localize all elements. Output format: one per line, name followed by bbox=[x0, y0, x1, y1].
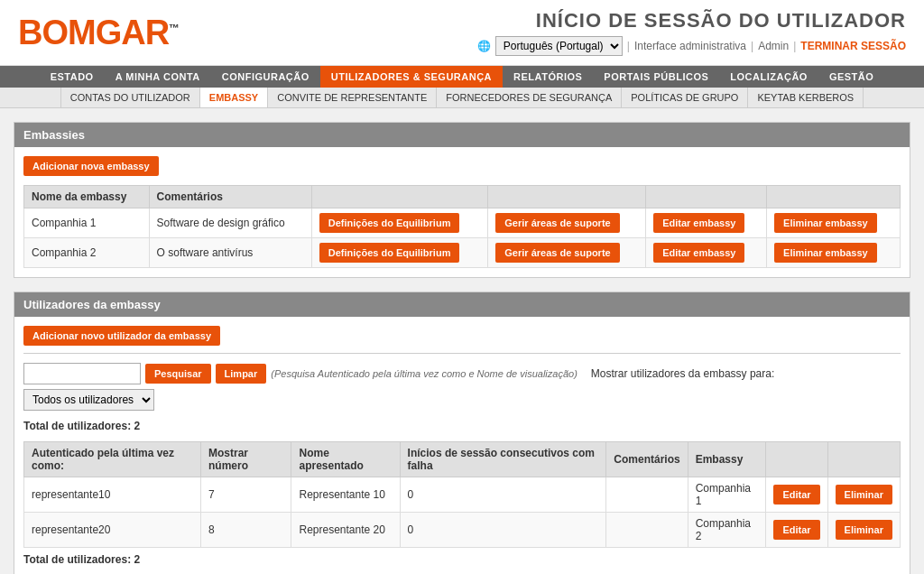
user-auth-as: representante10 bbox=[24, 477, 201, 513]
embassies-tbody: Companhia 1 Software de design gráfico D… bbox=[24, 208, 901, 268]
users-section: Utilizadores da embassy Adicionar novo u… bbox=[14, 292, 910, 574]
col-auth-as: Autenticado pela última vez como: bbox=[24, 442, 201, 477]
end-session-link[interactable]: TERMINAR SESSÃO bbox=[800, 40, 906, 52]
user-edit-cell: Editar bbox=[766, 513, 827, 548]
main-nav-item[interactable]: ESTADO bbox=[40, 66, 105, 88]
logo-text: BOMGAR bbox=[18, 14, 169, 51]
edit-embassy-button[interactable]: Editar embassy bbox=[653, 243, 744, 263]
user-failed-logins: 0 bbox=[400, 513, 606, 548]
user-auth-as: representante20 bbox=[24, 513, 201, 548]
embassy-btn4-cell: Eliminar embassy bbox=[767, 238, 901, 268]
add-user-button[interactable]: Adicionar novo utilizador da embassy bbox=[23, 326, 220, 346]
add-embassy-button[interactable]: Adicionar nova embassy bbox=[23, 156, 159, 176]
language-select[interactable]: Português (Portugal) bbox=[495, 36, 623, 56]
main-nav: ESTADOA MINHA CONTACONFIGURAÇÃOUTILIZADO… bbox=[0, 66, 924, 88]
delete-embassy-button[interactable]: Eliminar embassy bbox=[774, 243, 877, 263]
users-tbody: representante10 7 Representante 10 0 Com… bbox=[24, 477, 901, 548]
user-show-num: 8 bbox=[201, 513, 291, 548]
search-hint: (Pesquisa Autenticado pela última vez co… bbox=[271, 368, 578, 379]
divider bbox=[23, 353, 901, 354]
sub-nav-item[interactable]: EMBASSY bbox=[200, 88, 268, 107]
main-nav-item[interactable]: A MINHA CONTA bbox=[105, 66, 211, 88]
users-body: Adicionar novo utilizador da embassy Pes… bbox=[14, 317, 910, 574]
sub-nav-item[interactable]: POLÍTICAS DE GRUPO bbox=[622, 88, 748, 107]
col-delete bbox=[827, 442, 900, 477]
col-edit bbox=[766, 442, 827, 477]
col-display-name: Nome apresentado bbox=[291, 442, 400, 477]
support-areas-button[interactable]: Gerir áreas de suporte bbox=[495, 243, 619, 263]
logo: BOMGAR™ bbox=[18, 14, 179, 52]
user-delete-cell: Eliminar bbox=[827, 513, 900, 548]
embassy-btn1-cell: Definições do Equilibrium bbox=[311, 208, 488, 238]
users-table-header: Autenticado pela última vez como: Mostra… bbox=[24, 442, 901, 477]
embassy-row: Companhia 2 O software antivírus Definiç… bbox=[24, 238, 901, 268]
user-comments bbox=[606, 513, 688, 548]
equilibrium-button[interactable]: Definições do Equilibrium bbox=[319, 243, 460, 263]
user-failed-logins: 0 bbox=[400, 477, 606, 513]
main-nav-item[interactable]: RELATÓRIOS bbox=[503, 66, 593, 88]
user-delete-cell: Eliminar bbox=[827, 477, 900, 513]
col-actions1 bbox=[311, 186, 488, 208]
embassy-name: Companhia 1 bbox=[24, 208, 150, 238]
edit-embassy-button[interactable]: Editar embassy bbox=[653, 213, 744, 233]
col-embassy-name: Nome da embassy bbox=[24, 186, 150, 208]
header-right: INÍCIO DE SESSÃO DO UTILIZADOR 🌐 Portugu… bbox=[477, 9, 906, 56]
content: Embassies Adicionar nova embassy Nome da… bbox=[0, 108, 924, 574]
col-actions4 bbox=[767, 186, 901, 208]
edit-user-button[interactable]: Editar bbox=[773, 520, 819, 540]
search-input[interactable] bbox=[23, 363, 141, 384]
main-nav-item[interactable]: PORTAIS PÚBLICOS bbox=[593, 66, 719, 88]
logo-tm: ™ bbox=[169, 22, 179, 34]
embassies-table: Nome da embassy Comentários Companhia 1 … bbox=[23, 185, 901, 268]
col-actions3 bbox=[646, 186, 767, 208]
session-title: INÍCIO DE SESSÃO DO UTILIZADOR bbox=[477, 9, 906, 32]
delete-user-button[interactable]: Eliminar bbox=[836, 520, 892, 540]
search-row: Pesquisar Limpar (Pesquisa Autenticado p… bbox=[23, 363, 901, 411]
user-display-name: Representante 10 bbox=[291, 477, 400, 513]
embassies-section: Embassies Adicionar nova embassy Nome da… bbox=[14, 122, 910, 278]
embassy-comment: Software de design gráfico bbox=[149, 208, 311, 238]
user-comments bbox=[606, 477, 688, 513]
show-label: Mostrar utilizadores da embassy para: bbox=[591, 367, 774, 380]
total-top: Total de utilizadores: 2 bbox=[23, 420, 901, 432]
user-embassy: Companhia 1 bbox=[688, 477, 766, 513]
col-failed-logins: Inícios de sessão consecutivos com falha bbox=[400, 442, 606, 477]
embassy-btn3-cell: Editar embassy bbox=[646, 238, 767, 268]
users-title: Utilizadores da embassy bbox=[14, 292, 910, 317]
embassy-filter-select[interactable]: Todos os utilizadores bbox=[23, 389, 154, 411]
support-areas-button[interactable]: Gerir áreas de suporte bbox=[495, 213, 619, 233]
user-row: representante20 8 Representante 20 0 Com… bbox=[24, 513, 901, 548]
delete-user-button[interactable]: Eliminar bbox=[836, 485, 892, 505]
sub-nav: CONTAS DO UTILIZADOREMBASSYCONVITE DE RE… bbox=[0, 88, 924, 108]
edit-user-button[interactable]: Editar bbox=[773, 485, 819, 505]
main-nav-item[interactable]: GESTÃO bbox=[818, 66, 884, 88]
main-nav-item[interactable]: LOCALIZAÇÃO bbox=[719, 66, 818, 88]
embassies-table-header: Nome da embassy Comentários bbox=[24, 186, 901, 208]
col-show-num: Mostrar número bbox=[201, 442, 291, 477]
equilibrium-button[interactable]: Definições do Equilibrium bbox=[319, 213, 460, 233]
search-button[interactable]: Pesquisar bbox=[145, 364, 211, 384]
user-embassy: Companhia 2 bbox=[688, 513, 766, 548]
delete-embassy-button[interactable]: Eliminar embassy bbox=[774, 213, 877, 233]
user-show-num: 7 bbox=[201, 477, 291, 513]
users-table: Autenticado pela última vez como: Mostra… bbox=[23, 441, 901, 548]
globe-icon: 🌐 bbox=[477, 40, 491, 52]
col-comments: Comentários bbox=[149, 186, 311, 208]
admin-user-label: Admin bbox=[758, 40, 789, 52]
header-controls: 🌐 Português (Portugal) | Interface admin… bbox=[477, 36, 906, 56]
admin-interface-label: Interface administrativa bbox=[634, 40, 746, 52]
col-embassy: Embassy bbox=[688, 442, 766, 477]
sub-nav-item[interactable]: CONVITE DE REPRESENTANTE bbox=[268, 88, 437, 107]
embassy-btn2-cell: Gerir áreas de suporte bbox=[488, 208, 646, 238]
embassy-name: Companhia 2 bbox=[24, 238, 150, 268]
clear-button[interactable]: Limpar bbox=[216, 364, 267, 384]
sub-nav-item[interactable]: CONTAS DO UTILIZADOR bbox=[60, 88, 200, 107]
main-nav-item[interactable]: CONFIGURAÇÃO bbox=[211, 66, 320, 88]
embassy-btn4-cell: Eliminar embassy bbox=[767, 208, 901, 238]
embassy-btn1-cell: Definições do Equilibrium bbox=[311, 238, 488, 268]
total-bottom: Total de utilizadores: 2 bbox=[23, 553, 901, 566]
sub-nav-item[interactable]: KEYTAB KERBEROS bbox=[748, 88, 864, 107]
sub-nav-item[interactable]: FORNECEDORES DE SEGURANÇA bbox=[437, 88, 622, 107]
header: BOMGAR™ INÍCIO DE SESSÃO DO UTILIZADOR 🌐… bbox=[0, 0, 924, 66]
main-nav-item[interactable]: UTILIZADORES & SEGURANÇA bbox=[320, 66, 503, 88]
